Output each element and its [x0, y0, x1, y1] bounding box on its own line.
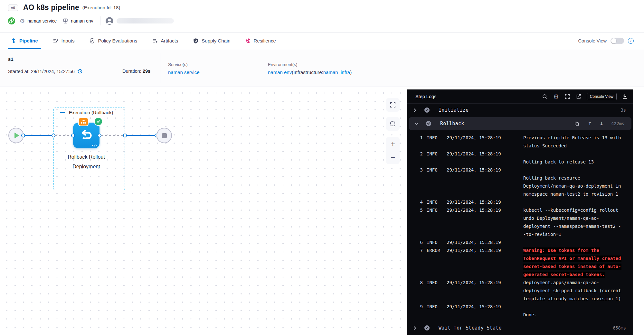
chevron-right-icon[interactable] [413, 326, 417, 330]
pipeline-canvas[interactable]: Execution (Rollback) </> Rollback Rollou… [0, 87, 407, 335]
log-line-number [414, 174, 423, 182]
duration-value: 29s [143, 69, 150, 74]
tab-label: Artifacts [161, 38, 178, 43]
log-line[interactable]: deployment --namespace=naman-test2 - [407, 222, 633, 230]
log-line[interactable]: 7 ERROR 29/11/2024, 15:28:19 Warning: Us… [407, 247, 633, 255]
tab-resilience[interactable]: Resilience [245, 33, 276, 49]
log-section-rollback[interactable]: Rollback ↑ ↓ 422ms [409, 117, 631, 130]
log-line[interactable]: Done. [407, 311, 633, 319]
log-line-message: deployment.apps/naman-qa-ao- [523, 279, 633, 287]
log-line-timestamp [447, 271, 523, 279]
log-line-number [414, 230, 423, 238]
log-line[interactable]: 3 INFO 29/11/2024, 15:28:19 [407, 166, 633, 174]
console-view-button[interactable]: Console View [587, 93, 617, 100]
info-icon[interactable]: i [628, 38, 634, 44]
connector-dot [123, 134, 127, 137]
duration-label: Duration: [122, 69, 141, 74]
log-line-number [414, 142, 423, 150]
log-line-level: INFO [427, 238, 447, 247]
history-icon[interactable] [77, 69, 83, 74]
console-view-label: Console View [578, 38, 607, 43]
log-line[interactable]: Deployment/naman-qa-ao-deployment in [407, 182, 633, 190]
log-section-initialize[interactable]: Initialize 3s [407, 104, 633, 116]
multi-select-button[interactable] [386, 117, 400, 131]
collapse-stage-icon[interactable] [60, 112, 65, 113]
page-title: AO k8s pipeline [23, 3, 79, 12]
log-line[interactable]: 2 INFO 29/11/2024, 15:28:19 [407, 150, 633, 158]
log-line-number: 9 [414, 303, 423, 311]
search-icon[interactable] [542, 93, 548, 100]
section-name: Rollback [440, 121, 464, 126]
log-line-level [427, 214, 447, 222]
tab-pipeline[interactable]: Pipeline [11, 33, 38, 49]
log-line[interactable]: 9 INFO 29/11/2024, 15:28:19 [407, 303, 633, 311]
log-line-timestamp: 29/11/2024, 15:28:19 [447, 166, 523, 174]
zoom-in-button[interactable]: + [391, 140, 395, 148]
log-line[interactable]: 6 INFO 29/11/2024, 15:28:19 [407, 238, 633, 247]
log-line[interactable]: Rolling back to release 13 [407, 158, 633, 166]
log-line-level [427, 230, 447, 238]
log-line-timestamp [447, 295, 523, 303]
log-line[interactable]: -to-revision=1 [407, 230, 633, 238]
step-caption-line2: Deployment [51, 162, 122, 172]
log-line-message: Rolling back resource [523, 174, 633, 182]
log-line[interactable]: 1 INFO 29/11/2024, 15:28:19 Previous eli… [407, 134, 633, 142]
log-line-message: -to-revision=1 [523, 230, 633, 238]
service-link[interactable]: naman service [168, 70, 200, 75]
zoom-out-button[interactable]: − [391, 154, 395, 161]
chevron-down-icon[interactable] [414, 122, 419, 126]
log-line[interactable]: 8 INFO 29/11/2024, 15:28:19 deployment.a… [407, 279, 633, 287]
log-line-number [414, 190, 423, 198]
infrastructure-link[interactable]: naman_infra [323, 70, 350, 75]
log-line[interactable]: template already matches revision 1) [407, 295, 633, 303]
log-line[interactable]: namespace naman-test2 to revision 1 [407, 190, 633, 198]
started-at: Started at: 29/11/2024, 15:27:56 [8, 69, 83, 74]
tab-artifacts[interactable]: Artifacts [152, 33, 178, 49]
console-view-toggle[interactable] [611, 38, 624, 44]
environment-link[interactable]: naman env [268, 70, 292, 75]
log-section-wait-for-steady-state[interactable]: Wait for Steady State 658ms [407, 321, 633, 334]
log-line-level [427, 263, 447, 271]
tab-inputs[interactable]: Inputs [53, 33, 75, 49]
log-line-message: template already matches revision 1) [523, 295, 633, 303]
divider [100, 16, 100, 25]
log-line[interactable]: status Succeeded [407, 142, 633, 150]
scroll-down-icon[interactable]: ↓ [600, 121, 604, 126]
log-line[interactable]: generated secret-based tokens. [407, 271, 633, 279]
version-badge[interactable]: v0 [8, 5, 18, 11]
log-settings-gear-icon[interactable]: ⚙ [553, 93, 559, 100]
log-line[interactable]: 5 INFO 29/11/2024, 15:28:19 kubectl --ku… [407, 206, 633, 214]
log-line[interactable]: deployment skipped rollback (current [407, 287, 633, 295]
tab-label: Policy Evaluations [98, 38, 137, 43]
environment-name[interactable]: naman env [71, 18, 93, 23]
copy-logs-icon[interactable] [573, 120, 580, 127]
log-line[interactable]: secret-based tokens instead of auto- [407, 263, 633, 271]
log-line[interactable]: TokenRequest API or manually created [407, 255, 633, 263]
pipeline-end-node[interactable] [156, 128, 172, 143]
chevron-right-icon[interactable] [413, 108, 417, 112]
service-name[interactable]: naman service [27, 18, 57, 23]
services-block: Service(s) naman service [168, 62, 200, 75]
log-line-level [427, 174, 447, 182]
log-line-timestamp [447, 311, 523, 319]
log-line-message: namespace naman-test2 to revision 1 [523, 190, 633, 198]
fit-to-screen-button[interactable] [386, 98, 400, 112]
log-line[interactable]: Rolling back resource [407, 174, 633, 182]
open-in-new-window-icon[interactable] [575, 93, 582, 100]
tab-supply-chain[interactable]: Supply Chain [193, 33, 230, 49]
log-line-timestamp: 29/11/2024, 15:28:19 [447, 134, 523, 142]
step-caption[interactable]: Rollback Rollout Deployment [51, 152, 122, 172]
code-glyph: </> [92, 144, 97, 147]
tab-label: Supply Chain [202, 38, 230, 43]
stage-group-box[interactable]: Execution (Rollback) [53, 107, 125, 190]
log-line[interactable]: undo Deployment/naman-qa-ao- [407, 214, 633, 222]
log-line-number: 5 [414, 206, 423, 214]
rollback-log-lines[interactable]: 1 INFO 29/11/2024, 15:28:19 Previous eli… [407, 131, 633, 321]
scroll-up-icon[interactable]: ↑ [588, 121, 592, 126]
rollback-step-node[interactable]: </> [73, 123, 99, 148]
expand-logs-icon[interactable] [564, 93, 571, 100]
log-line[interactable]: 4 INFO 29/11/2024, 15:28:19 [407, 198, 633, 206]
log-line-message: Previous eligible Release is 13 with [523, 134, 633, 142]
download-logs-icon[interactable] [621, 93, 628, 100]
tab-policy-evaluations[interactable]: Policy Evaluations [89, 33, 137, 49]
